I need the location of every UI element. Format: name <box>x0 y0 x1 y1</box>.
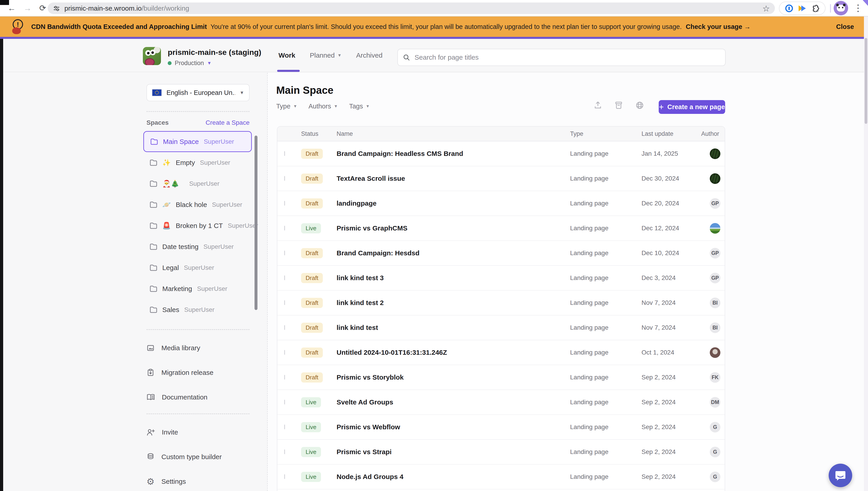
browser-profile-avatar[interactable] <box>834 1 848 16</box>
archive-icon[interactable] <box>614 101 623 110</box>
table-row[interactable]: Draft link kind test 2 Landing page Nov … <box>277 291 725 315</box>
space-item-legal[interactable]: Legal SuperUser <box>143 257 252 278</box>
table-row[interactable]: Draft Prismic vs Storyblok Landing page … <box>277 365 725 390</box>
table-row[interactable]: Draft landingpage Landing page Dec 20, 2… <box>277 191 725 216</box>
table-row[interactable]: Draft link kind test 3 Landing page Dec … <box>277 266 725 291</box>
page-name[interactable]: link kind test 3 <box>337 274 570 282</box>
active-tab-underline <box>277 70 300 72</box>
page-name[interactable]: link kind test 2 <box>337 299 570 307</box>
row-checkbox[interactable] <box>284 176 285 181</box>
space-item-main-space[interactable]: Main Space SuperUser <box>143 131 252 152</box>
row-checkbox[interactable] <box>284 375 285 380</box>
page-name[interactable]: Prismic vs GraphCMS <box>337 224 570 232</box>
row-checkbox[interactable] <box>284 276 285 280</box>
row-checkbox[interactable] <box>284 350 285 355</box>
sidebar-item-media-library[interactable]: Media library <box>146 336 250 360</box>
page-name[interactable]: Brand Campaign: Hesdsd <box>337 249 570 257</box>
row-checkbox[interactable] <box>284 151 285 156</box>
page-scrollbar[interactable] <box>864 17 868 491</box>
space-item-date-testing[interactable]: Date testing SuperUser <box>143 236 252 257</box>
search-box[interactable] <box>397 49 726 66</box>
row-checkbox[interactable] <box>284 325 285 330</box>
onepassword-icon[interactable] <box>785 4 793 12</box>
extensions-puzzle-icon[interactable] <box>812 5 819 12</box>
language-selector[interactable]: English - European Un... ▼ <box>146 84 250 101</box>
reload-icon[interactable]: ⟳ <box>39 3 46 13</box>
sidebar-item-migration-release[interactable]: Migration release <box>146 360 250 385</box>
table-row[interactable]: Draft Untitled 2024-10-01T16:31:31.246Z … <box>277 340 725 365</box>
bookmark-star-icon[interactable]: ☆ <box>762 4 770 13</box>
chat-launcher-button[interactable] <box>829 464 852 487</box>
row-checkbox[interactable] <box>284 474 285 479</box>
create-space-link[interactable]: Create a Space <box>205 119 250 126</box>
sidebar-item-custom-type-builder[interactable]: Custom type builder <box>146 444 250 469</box>
row-checkbox[interactable] <box>284 226 285 230</box>
banner-cta-link[interactable]: Check your usage → <box>686 23 751 30</box>
row-checkbox[interactable] <box>284 425 285 429</box>
language-label: English - European Un... <box>166 89 235 96</box>
space-item-marketing[interactable]: Marketing SuperUser <box>143 278 252 299</box>
table-row[interactable]: Live Prismic vs Strapi Landing page Sep … <box>277 440 725 465</box>
row-checkbox[interactable] <box>284 400 285 404</box>
page-name[interactable]: Prismic vs Strapi <box>337 448 570 456</box>
chat-bubble-icon <box>835 470 846 481</box>
address-bar[interactable]: prismic-main-se.wroom.io/builder/working… <box>48 2 775 14</box>
row-checkbox[interactable] <box>284 251 285 255</box>
page-name[interactable]: link kind test <box>337 324 570 331</box>
filter-tags[interactable]: Tags▼ <box>349 103 370 110</box>
chrome-menu-icon[interactable]: ⋮ <box>853 3 863 13</box>
page-name[interactable]: TextArea Scroll issue <box>337 175 570 182</box>
table-row[interactable]: Draft link kind test Landing page Nov 7,… <box>277 315 725 340</box>
repo-logo[interactable] <box>143 47 161 65</box>
sidebar-item-invite[interactable]: Invite <box>146 420 250 444</box>
upload-icon[interactable] <box>594 101 602 110</box>
sidebar-item-documentation[interactable]: Documentation <box>146 385 250 409</box>
page-name[interactable]: Prismic vs Webflow <box>337 423 570 431</box>
space-item-broken-by-1-ct[interactable]: 🚨 Broken by 1 CT SuperUser <box>143 215 252 236</box>
create-new-page-button[interactable]: + Create a new page <box>659 100 725 114</box>
filter-authors[interactable]: Authors▼ <box>309 103 338 110</box>
tune-icon[interactable] <box>53 5 60 12</box>
space-item-empty[interactable]: ✨ Empty SuperUser <box>143 152 252 173</box>
globe-icon[interactable] <box>635 101 644 110</box>
status-badge: Live <box>301 472 321 482</box>
tab-work[interactable]: Work <box>279 52 295 59</box>
chevron-down-icon: ▼ <box>334 104 338 109</box>
last-update: Sep 2, 2024 <box>642 473 701 481</box>
page-name[interactable]: Node.js Ad Groups 4 <box>337 473 570 481</box>
page-scrollbar-thumb[interactable] <box>865 38 867 124</box>
status-badge: Draft <box>301 273 323 283</box>
page-type: Landing page <box>570 424 642 431</box>
search-input[interactable] <box>414 53 720 61</box>
row-checkbox[interactable] <box>284 201 285 206</box>
banner-close-button[interactable]: Close <box>836 23 856 30</box>
tab-archived[interactable]: Archived <box>356 52 383 59</box>
extension-arrow-icon[interactable] <box>799 5 806 12</box>
space-item-black-hole[interactable]: 🪐 Black hole SuperUser <box>143 194 252 215</box>
status-badge: Draft <box>301 298 323 308</box>
filter-type[interactable]: Type▼ <box>276 103 297 110</box>
table-row[interactable]: Draft Brand Campaign: Hesdsd Landing pag… <box>277 241 725 266</box>
sidebar-item-settings[interactable]: ⚙ Settings <box>146 469 250 491</box>
last-update: Dec 30, 2024 <box>642 175 701 182</box>
page-name[interactable]: landingpage <box>337 200 570 207</box>
page-name[interactable]: Untitled 2024-10-01T16:31:31.246Z <box>337 349 570 356</box>
table-row[interactable]: Draft TextArea Scroll issue Landing page… <box>277 166 725 191</box>
space-item-sales[interactable]: Sales SuperUser <box>143 299 252 320</box>
environment-switcher[interactable]: Production ▼ <box>168 60 212 67</box>
row-checkbox[interactable] <box>284 300 285 305</box>
space-item-santa[interactable]: 🎅🎄 SuperUser <box>143 173 252 194</box>
table-row[interactable]: Draft Brand Campaign: Headless CMS Brand… <box>277 141 725 166</box>
avatar: G <box>710 422 720 432</box>
table-row[interactable]: Live Svelte Ad Groups Landing page Sep 2… <box>277 390 725 415</box>
table-row[interactable]: Live Prismic vs Webflow Landing page Sep… <box>277 415 725 440</box>
table-row[interactable]: Live Prismic vs GraphCMS Landing page De… <box>277 216 725 241</box>
table-row[interactable]: Live Node.js Ad Groups 4 Landing page Se… <box>277 465 725 489</box>
status-badge: Draft <box>301 348 323 358</box>
row-checkbox[interactable] <box>284 450 285 454</box>
spaces-scrollbar[interactable] <box>254 136 257 310</box>
tab-planned[interactable]: Planned▼ <box>310 52 341 59</box>
page-name[interactable]: Svelte Ad Groups <box>337 398 570 406</box>
page-name[interactable]: Prismic vs Storyblok <box>337 374 570 381</box>
page-name[interactable]: Brand Campaign: Headless CMS Brand <box>337 150 570 157</box>
